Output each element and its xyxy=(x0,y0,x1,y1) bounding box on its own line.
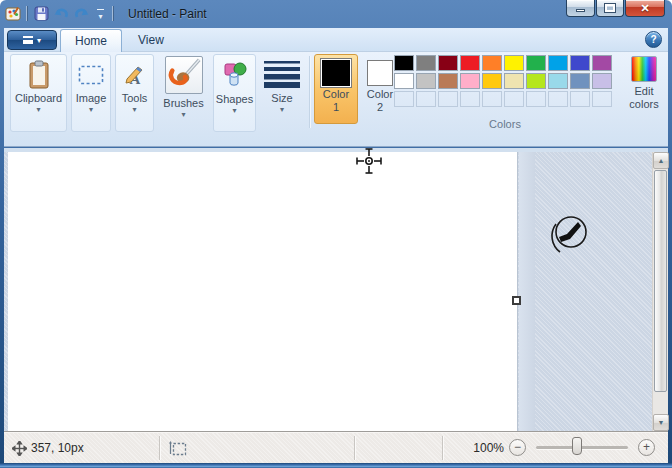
palette-empty-slot-6[interactable] xyxy=(504,91,524,107)
palette-swatch-r1c3[interactable] xyxy=(438,55,458,71)
colors-group-label: Colors xyxy=(394,118,616,130)
statusbar-separator-3 xyxy=(442,436,443,460)
chevron-down-icon: ▾ xyxy=(11,106,66,114)
palette-swatch-r2c6[interactable] xyxy=(504,73,524,89)
window-bottom-border xyxy=(0,463,672,468)
application-menu-button[interactable]: ▾ xyxy=(7,30,57,50)
zoom-slider-thumb[interactable] xyxy=(572,437,582,455)
palette-swatch-r1c1[interactable] xyxy=(394,55,414,71)
chevron-down-icon: ▾ xyxy=(214,107,255,115)
palette-empty-slot-9[interactable] xyxy=(570,91,590,107)
drawing-canvas[interactable] xyxy=(8,152,518,431)
canvas-resize-handle-right[interactable] xyxy=(512,296,521,305)
tab-home[interactable]: Home xyxy=(60,29,122,52)
group-size[interactable]: Size ▾ xyxy=(258,54,306,132)
paint-window: ▾ Untitled - Paint ✕ ▾ Home View ? xyxy=(0,0,672,468)
crosshair-cursor xyxy=(354,146,384,176)
shapes-icon xyxy=(222,61,248,87)
redo-icon xyxy=(73,7,90,21)
customize-qat-button[interactable]: ▾ xyxy=(93,6,108,21)
clipboard-icon xyxy=(27,60,51,90)
palette-swatch-r2c3[interactable] xyxy=(438,73,458,89)
group-shapes[interactable]: Shapes ▾ xyxy=(213,54,256,132)
palette-swatch-r1c10[interactable] xyxy=(592,55,612,71)
palette-swatch-r2c5[interactable] xyxy=(482,73,502,89)
palette-swatch-r2c1[interactable] xyxy=(394,73,414,89)
title-bar[interactable]: ▾ Untitled - Paint ✕ xyxy=(0,0,672,28)
chevron-down-icon: ▾ xyxy=(116,106,153,114)
chevron-down-icon: ▾ xyxy=(37,36,41,45)
undo-icon xyxy=(53,7,70,21)
zoom-in-button[interactable]: + xyxy=(638,439,655,456)
menu-icon xyxy=(23,36,33,44)
chevron-down-icon: ▾ xyxy=(72,106,110,114)
group-brushes[interactable]: Brushes ▾ xyxy=(156,54,211,132)
statusbar-separator-1 xyxy=(159,436,160,460)
palette-swatch-r1c5[interactable] xyxy=(482,55,502,71)
titlebar-separator-2 xyxy=(112,6,113,21)
palette-swatch-r1c4[interactable] xyxy=(460,55,480,71)
window-title: Untitled - Paint xyxy=(128,7,207,21)
edit-colors-label-1: Edit xyxy=(622,85,666,98)
ribbon-tab-row: ▾ Home View ? xyxy=(4,28,668,52)
group-label: Size xyxy=(258,92,306,104)
palette-swatch-r2c9[interactable] xyxy=(570,73,590,89)
palette-empty-slot-8[interactable] xyxy=(548,91,568,107)
group-label: Tools xyxy=(116,92,153,104)
close-button[interactable]: ✕ xyxy=(625,0,665,17)
minimize-icon xyxy=(576,9,585,12)
edit-colors-button[interactable]: Edit colors xyxy=(622,54,666,111)
palette-swatch-r2c8[interactable] xyxy=(548,73,568,89)
color2-swatch xyxy=(367,60,393,86)
save-icon xyxy=(34,6,49,21)
group-clipboard[interactable]: Clipboard ▾ xyxy=(10,54,67,132)
palette-swatch-r1c7[interactable] xyxy=(526,55,546,71)
palette-swatch-r2c7[interactable] xyxy=(526,73,546,89)
cursor-position-icon xyxy=(12,441,27,456)
palette-empty-slot-4[interactable] xyxy=(460,91,480,107)
palette-swatch-r2c10[interactable] xyxy=(592,73,612,89)
maximize-icon xyxy=(605,4,615,12)
palette-empty-slot-2[interactable] xyxy=(416,91,436,107)
help-icon: ? xyxy=(650,34,656,45)
size-icon xyxy=(263,60,301,88)
scroll-up-icon: ▲ xyxy=(658,157,665,164)
scroll-down-button[interactable]: ▼ xyxy=(653,414,669,431)
zoom-out-button[interactable]: − xyxy=(509,439,526,456)
palette-empty-slot-10[interactable] xyxy=(592,91,612,107)
color1-label: Color xyxy=(315,88,357,101)
maximize-button[interactable] xyxy=(596,0,624,17)
group-image[interactable]: Image ▾ xyxy=(71,54,111,132)
palette-empty-slot-5[interactable] xyxy=(482,91,502,107)
click-marker-icon xyxy=(546,210,594,262)
palette-swatch-r1c6[interactable] xyxy=(504,55,524,71)
tab-view[interactable]: View xyxy=(124,29,178,52)
group-label: Image xyxy=(72,92,110,104)
canvas-edge-band xyxy=(519,152,535,431)
redo-button[interactable] xyxy=(72,5,91,22)
color-palette xyxy=(394,55,616,109)
palette-empty-slot-7[interactable] xyxy=(526,91,546,107)
palette-swatch-r2c4[interactable] xyxy=(460,73,480,89)
save-button[interactable] xyxy=(32,5,51,22)
group-label: Brushes xyxy=(156,97,211,109)
palette-swatch-r1c8[interactable] xyxy=(548,55,568,71)
minimize-button[interactable] xyxy=(566,0,595,17)
palette-swatch-r1c9[interactable] xyxy=(570,55,590,71)
color1-button[interactable]: Color 1 xyxy=(314,54,358,124)
group-tools[interactable]: A Tools ▾ xyxy=(115,54,154,132)
palette-empty-slot-1[interactable] xyxy=(394,91,414,107)
help-button[interactable]: ? xyxy=(645,31,662,48)
zoom-slider-track[interactable] xyxy=(536,446,628,449)
scroll-up-button[interactable]: ▲ xyxy=(653,152,669,169)
scrollbar-thumb[interactable] xyxy=(654,170,667,392)
undo-button[interactable] xyxy=(52,5,71,22)
chevron-down-icon: ▾ xyxy=(98,12,102,21)
palette-swatch-r1c2[interactable] xyxy=(416,55,436,71)
color1-number: 1 xyxy=(315,101,357,114)
palette-swatch-r2c2[interactable] xyxy=(416,73,436,89)
group-label: Clipboard xyxy=(11,92,66,104)
vertical-scrollbar[interactable]: ▲ ▼ xyxy=(652,152,668,431)
palette-empty-slot-3[interactable] xyxy=(438,91,458,107)
work-area: ▲ ▼ xyxy=(4,152,668,431)
